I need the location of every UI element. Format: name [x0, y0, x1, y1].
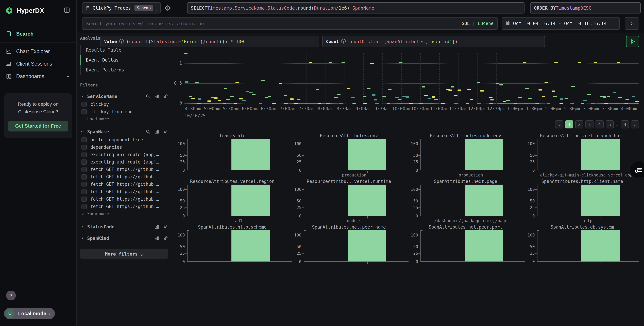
sidebar-item-chart-explorer[interactable]: Chart Explorer: [0, 45, 76, 58]
search-run-button[interactable]: [625, 17, 639, 30]
bar-chart-icon[interactable]: [154, 129, 159, 134]
page-button-1[interactable]: 1: [565, 120, 573, 128]
filter-checkbox-row[interactable]: fetch GET https://github.…: [80, 188, 168, 195]
page-button-4[interactable]: 4: [596, 120, 604, 128]
filter-group-spanname[interactable]: SpanName: [80, 127, 168, 136]
collapse-sidebar-icon[interactable]: [63, 7, 70, 14]
filter-checkbox-row[interactable]: fetch GET https://github.…: [80, 195, 168, 203]
filter-checkbox-row[interactable]: fetch GET https://github.…: [80, 181, 168, 188]
pin-icon[interactable]: [163, 129, 168, 134]
filter-checkbox-row[interactable]: clickpy: [80, 101, 168, 108]
x-tick-label: 1:00pm: [507, 106, 523, 111]
attribute-chart[interactable]: ResourceAttribu...vercel.runtime10050250…: [294, 179, 404, 225]
sql-toggle[interactable]: SQL: [462, 21, 470, 26]
play-icon: [629, 21, 634, 26]
checkbox[interactable]: [82, 197, 87, 202]
count-expression-input[interactable]: Count ⓘ countDistinct(SpanAttributes['us…: [322, 36, 545, 47]
attribute-chart[interactable]: SpanAttributes.next.page10050250/dashboa…: [410, 179, 521, 225]
sql-select-input[interactable]: SELECT Timestamp, ServiceName, StatusCod…: [187, 2, 524, 14]
filter-checkbox-row[interactable]: build component tree: [80, 136, 168, 143]
attribute-chart[interactable]: ResourceAttributes.env10050250production: [294, 133, 404, 179]
checkbox[interactable]: [82, 167, 87, 172]
attribute-chart[interactable]: SpanAttributes.db.system10050250clickhou…: [527, 225, 638, 265]
page-button-2[interactable]: 2: [575, 120, 584, 128]
y-tick-mark: [302, 162, 304, 162]
mode-event-deltas[interactable]: Event Deltas: [80, 55, 168, 65]
attribute-chart[interactable]: TraceState10050250: [177, 133, 288, 179]
attribute-chart[interactable]: SpanAttributes.http.client.name10050250h…: [527, 179, 638, 225]
page-ellipsis[interactable]: …: [616, 122, 619, 127]
pin-icon[interactable]: [163, 94, 168, 99]
delta-point: [477, 103, 481, 104]
bar-chart-icon[interactable]: [154, 94, 159, 99]
page-prev-button[interactable]: ‹: [555, 120, 563, 128]
search-input[interactable]: [86, 21, 462, 26]
attribute-chart[interactable]: SpanAttributes.net.peer.port100502508443: [410, 225, 521, 265]
checkbox[interactable]: [82, 159, 87, 165]
source-selector[interactable]: ClickPy Traces Schema ⌃⌄: [82, 2, 160, 14]
value-expression-input[interactable]: Value ⓘ (countIf(StatusCode='Error')/cou…: [100, 36, 319, 47]
delta-point: [422, 86, 425, 87]
y-tick-label: 0: [182, 168, 185, 173]
more-filters-button[interactable]: More filters ⌄: [80, 249, 168, 259]
checkbox[interactable]: [82, 109, 87, 114]
checkbox[interactable]: [82, 182, 87, 187]
filter-checkbox-row[interactable]: dependencies: [80, 143, 168, 151]
checkbox[interactable]: [82, 137, 87, 142]
sidebar-item-client-sessions[interactable]: Client Sessions: [0, 58, 76, 70]
checkbox[interactable]: [82, 102, 87, 107]
lucene-toggle[interactable]: Lucene: [478, 21, 494, 26]
search-icon[interactable]: [146, 94, 150, 99]
get-started-button[interactable]: Get Started for Free: [8, 121, 68, 131]
spanname-show-more[interactable]: Show more: [80, 210, 168, 217]
attribute-chart[interactable]: ResourceAttribu..cel.branch_host10050250…: [527, 133, 638, 179]
servicename-load-more[interactable]: Load more: [80, 115, 168, 122]
filter-group-spankind[interactable]: SpanKind: [80, 234, 168, 243]
attribute-chart[interactable]: SpanAttributes.net.peer.name10050250z5nr…: [294, 225, 404, 265]
page-button-3[interactable]: 3: [586, 120, 594, 128]
search-icon[interactable]: [146, 129, 150, 134]
sidebar-item-search[interactable]: Search: [0, 28, 76, 40]
checkbox[interactable]: [82, 174, 87, 180]
filter-checkbox-row[interactable]: clickpy-frontend: [80, 108, 168, 115]
filter-group-statuscode[interactable]: StatusCode: [80, 222, 168, 231]
order-by-input[interactable]: ORDER BY Timestamp DESC: [530, 2, 641, 14]
date-range-picker[interactable]: Oct 10 04:16:14 - Oct 10 16:16:14: [502, 17, 620, 30]
bar-chart-icon[interactable]: [154, 236, 159, 241]
pin-icon[interactable]: [163, 224, 168, 229]
page-button-5[interactable]: 5: [606, 120, 614, 128]
attribute-chart[interactable]: ResourceAttributes.vercel.region10050250…: [177, 179, 288, 225]
gear-icon[interactable]: ⚙: [164, 4, 171, 12]
chart-title: SpanAttributes.net.peer.port: [410, 225, 521, 230]
filter-group-servicename[interactable]: ServiceName: [80, 92, 168, 101]
event-deltas-chart[interactable]: 00.51 10/10/25 4:30am5:00am5:30am6:00am6…: [177, 51, 644, 121]
y-tick-label: 50: [413, 244, 418, 249]
run-analysis-button[interactable]: [626, 36, 639, 47]
page-button-9[interactable]: 9: [621, 120, 629, 128]
local-mode-button[interactable]: U Local mode ›: [4, 308, 55, 319]
help-button[interactable]: ?: [6, 291, 16, 300]
checkbox[interactable]: [82, 152, 87, 157]
page-next-button[interactable]: ›: [631, 120, 639, 128]
mode-event-patterns[interactable]: Event Patterns: [80, 65, 168, 75]
filter-checkbox-row[interactable]: fetch GET https://github.…: [80, 173, 168, 181]
filter-group-name: ServiceName: [87, 94, 117, 99]
pin-icon[interactable]: [163, 236, 168, 241]
sidebar-item-dashboards[interactable]: Dashboards: [0, 70, 76, 83]
checkbox[interactable]: [82, 189, 87, 194]
filter-checkbox-row[interactable]: fetch GET https://github.…: [80, 166, 168, 173]
filter-checkbox-row[interactable]: executing api route (app)…: [80, 158, 168, 166]
checkbox[interactable]: [82, 145, 87, 150]
delta-point: [578, 62, 581, 63]
filter-checkbox-row[interactable]: executing api route (app)…: [80, 151, 168, 158]
filter-checkbox-row[interactable]: fetch GET https://github.…: [80, 203, 168, 210]
x-category-label: clickhouse: [537, 262, 638, 265]
schema-badge[interactable]: Schema: [134, 5, 153, 11]
delta-point: [613, 92, 616, 93]
attribute-chart[interactable]: ResourceAttributes.node.env10050250produ…: [410, 133, 521, 179]
filter-value-label: executing api route (app)…: [90, 159, 159, 165]
bar-chart-icon[interactable]: [154, 224, 159, 229]
x-tick-label: 9:00am: [356, 106, 371, 111]
checkbox[interactable]: [82, 204, 87, 209]
attribute-chart[interactable]: SpanAttributes.http.scheme10050250https: [177, 225, 288, 265]
